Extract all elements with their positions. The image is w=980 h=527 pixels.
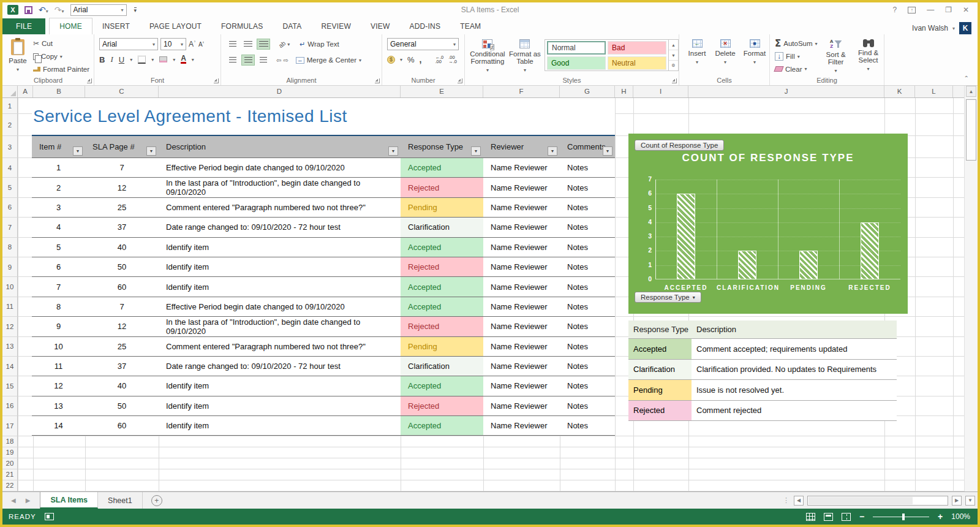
cell[interactable]: 9 [32,317,85,336]
ribbon-tab-data[interactable]: DATA [273,18,311,34]
cell[interactable]: Identify item [159,376,401,395]
key-type-cell[interactable]: Accepted [628,339,692,359]
cell[interactable]: 7 [85,297,159,316]
cell[interactable]: 37 [85,218,159,237]
scroll-up-icon[interactable]: ▲ [966,86,976,97]
cell[interactable]: Name Reviewer [483,396,560,415]
row-header-7[interactable]: 7 [2,218,18,237]
row-header-22[interactable]: 22 [2,480,18,491]
font-color-icon[interactable]: A [181,55,186,64]
normal-view-icon[interactable] [806,513,815,521]
fill-button[interactable]: ↓Fill▾ [775,51,818,63]
cell[interactable]: 50 [85,396,159,415]
row-header-9[interactable]: 9 [2,257,18,277]
cell[interactable]: Clarification [401,218,483,237]
cell[interactable]: 10 [32,337,85,356]
conditional-formatting-button[interactable]: Conditional Formatting ▾ [470,37,505,75]
decrease-indent-icon[interactable]: ⇦ [276,57,281,64]
increase-decimal-button[interactable]: ←.0.00 [435,55,443,64]
row-header-18[interactable]: 18 [2,436,18,447]
save-icon[interactable] [24,6,32,14]
close-button[interactable]: ✕ [963,6,969,14]
cell[interactable]: Notes [560,178,615,197]
row-header-1[interactable]: 1 [2,98,18,114]
sheet-nav-right-icon[interactable]: ▶ [26,497,31,504]
ribbon-tab-page-layout[interactable]: PAGE LAYOUT [140,18,211,34]
wrap-text-button[interactable]: ↵Wrap Text [300,38,339,50]
cell[interactable]: Notes [560,317,615,336]
cell[interactable]: 7 [32,277,85,296]
macro-record-icon[interactable] [45,513,54,520]
column-header-E[interactable]: E [401,86,483,97]
cell[interactable]: Name Reviewer [483,337,560,356]
column-header-D[interactable]: D [159,86,401,97]
row-header-16[interactable]: 16 [2,396,18,416]
filter-dropdown-icon[interactable]: ▼ [603,146,612,156]
font-dialog-launcher-icon[interactable] [214,78,219,83]
cell[interactable]: Identify item [159,277,401,296]
cell[interactable]: Name Reviewer [483,178,560,197]
collapse-ribbon-icon[interactable]: ⌃ [964,75,969,82]
row-header-13[interactable]: 13 [2,337,18,357]
cell[interactable]: Notes [560,376,615,395]
cell[interactable]: 4 [32,218,85,237]
cell[interactable]: Name Reviewer [483,218,560,237]
row-header-17[interactable]: 17 [2,416,18,436]
cell[interactable]: Rejected [401,257,483,276]
key-type-cell[interactable]: Rejected [628,401,692,421]
align-center-button[interactable] [241,55,255,66]
row-header-8[interactable]: 8 [2,238,18,257]
paste-button[interactable]: Paste ▾ [6,37,29,75]
page-break-view-icon[interactable] [842,513,851,521]
cell[interactable]: Identify item [159,416,401,435]
alignment-dialog-launcher-icon[interactable] [375,78,380,83]
cell[interactable]: Notes [560,357,615,376]
cell[interactable]: Comment entered "Paragraph numbered two … [159,198,401,217]
bar-rejected[interactable] [861,222,879,279]
row-header-4[interactable]: 4 [2,158,18,178]
cell[interactable]: Clarification [401,357,483,376]
cell[interactable]: Name Reviewer [483,297,560,316]
cell[interactable]: 12 [85,178,159,197]
chart-field-button[interactable]: Count of Response Type [635,140,724,151]
italic-button[interactable]: I [110,55,113,64]
clipboard-dialog-launcher-icon[interactable] [87,78,92,83]
cell[interactable]: Accepted [401,416,483,435]
undo-button[interactable]: ↶▾ [39,4,48,15]
cell-style-good[interactable]: Good [547,56,606,70]
gallery-expand-icon[interactable]: ⚙︎ [669,61,678,70]
cell[interactable]: Notes [560,416,615,435]
styles-dialog-launcher-icon[interactable] [672,78,677,83]
cell[interactable]: 14 [32,416,85,435]
table-header-response-type[interactable]: Response Type▼ [401,136,483,157]
cell[interactable]: Name Reviewer [483,416,560,435]
cell[interactable]: 1 [32,158,85,177]
cell[interactable]: Notes [560,277,615,296]
column-header-I[interactable]: I [633,86,688,97]
increase-indent-icon[interactable]: ⇨ [283,57,288,64]
cell[interactable]: 12 [85,317,159,336]
key-type-cell[interactable]: Clarification [628,360,692,380]
cell[interactable]: 6 [32,257,85,276]
column-header-F[interactable]: F [483,86,560,97]
account-chip[interactable]: Ivan Walsh ▾ K [912,22,978,34]
cell[interactable]: 60 [85,277,159,296]
row-header-19[interactable]: 19 [2,447,18,458]
vertical-scroll-thumb[interactable] [966,99,976,161]
sheet-tab-sheet1[interactable]: Sheet1 [98,492,143,509]
column-header-L[interactable]: L [915,86,953,97]
cell[interactable]: Name Reviewer [483,238,560,257]
align-bottom-button[interactable] [257,39,270,50]
table-header-sla-page-[interactable]: SLA Page #▼ [85,136,159,157]
filter-dropdown-icon[interactable]: ▼ [548,146,557,156]
cell[interactable]: 37 [85,357,159,376]
ribbon-tab-insert[interactable]: INSERT [92,18,140,34]
select-all-corner[interactable] [2,86,18,97]
row-header-12[interactable]: 12 [2,317,18,336]
underline-button[interactable]: U [119,55,124,64]
gallery-scroll-down-icon[interactable]: ▼ [669,50,678,61]
cell[interactable]: Pending [401,198,483,217]
autosum-button[interactable]: ΣAutoSum▾ [775,38,818,50]
ribbon-tab-team[interactable]: TEAM [450,18,491,34]
align-left-button[interactable] [226,55,239,66]
